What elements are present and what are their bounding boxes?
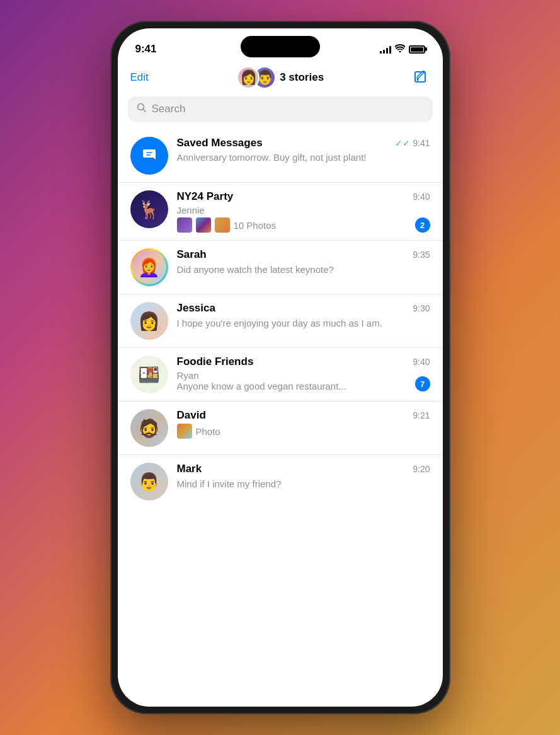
jessica-preview: I hope you're enjoying your day as much … bbox=[177, 318, 382, 328]
ny24-content: NY24 Party 9:40 Jennie 10 Photos bbox=[177, 190, 430, 233]
story-avatar-1: 👩 bbox=[237, 66, 260, 89]
foodie-time: 9:40 bbox=[413, 357, 430, 367]
ny24-avatar: 🦌 bbox=[130, 190, 168, 228]
foodie-sender: Ryan bbox=[177, 370, 346, 381]
search-icon bbox=[137, 103, 147, 115]
david-content: David 9:21 Photo bbox=[177, 409, 430, 439]
ny24-photo-count: 10 Photos bbox=[234, 220, 277, 231]
edit-button[interactable]: Edit bbox=[130, 71, 149, 84]
foodie-name: Foodie Friends bbox=[177, 356, 254, 368]
foodie-preview: Anyone know a good vegan restaurant... bbox=[177, 381, 346, 391]
status-icons bbox=[380, 44, 425, 54]
foodie-avatar: 🍱 bbox=[130, 356, 168, 393]
jessica-content: Jessica 9:30 I hope you're enjoying your… bbox=[177, 302, 430, 330]
ny24-sender: Jennie bbox=[177, 205, 277, 216]
sarah-time: 9:35 bbox=[413, 250, 430, 260]
ny24-time: 9:40 bbox=[413, 192, 430, 202]
sarah-avatar: 👩‍🦰 bbox=[132, 250, 166, 284]
foodie-content: Foodie Friends 9:40 Ryan Anyone know a g… bbox=[177, 356, 430, 391]
saved-messages-preview: Anniversary tomorrow. Buy gift, not just… bbox=[177, 152, 367, 163]
david-time: 9:21 bbox=[413, 410, 430, 420]
phone-frame: 9:41 bbox=[110, 21, 450, 714]
jessica-name: Jessica bbox=[177, 302, 215, 315]
saved-messages-content: Saved Messages ✓✓ 9:41 Anniversary tomor… bbox=[177, 137, 430, 164]
wifi-icon bbox=[395, 44, 405, 54]
saved-messages-name: Saved Messages bbox=[177, 137, 263, 149]
search-bar[interactable]: Search bbox=[128, 96, 433, 122]
photo-thumb-3 bbox=[215, 217, 230, 233]
david-avatar: 🧔 bbox=[130, 409, 168, 447]
conversation-item-jessica[interactable]: 👩 Jessica 9:30 I hope you're enjoying yo… bbox=[118, 294, 443, 348]
photo-thumb-1 bbox=[177, 217, 192, 233]
david-preview: Photo bbox=[196, 426, 220, 437]
header: Edit 👩 👨 3 stories bbox=[118, 61, 443, 96]
mark-name: Mark bbox=[177, 463, 202, 475]
david-photo-thumb bbox=[177, 424, 192, 439]
sarah-name: Sarah bbox=[177, 248, 207, 261]
conversation-item-sarah[interactable]: 👩‍🦰 Sarah 9:35 Did anyone watch the late… bbox=[118, 241, 443, 294]
conversation-list: Saved Messages ✓✓ 9:41 Anniversary tomor… bbox=[118, 129, 443, 707]
signal-icon bbox=[380, 45, 391, 54]
story-avatars: 👩 👨 bbox=[237, 66, 276, 89]
mark-time: 9:20 bbox=[413, 464, 430, 474]
phone-screen: 9:41 bbox=[118, 28, 443, 707]
mark-avatar: 👨 bbox=[130, 463, 168, 501]
stories-label: 3 stories bbox=[280, 71, 324, 84]
conversation-item-saved[interactable]: Saved Messages ✓✓ 9:41 Anniversary tomor… bbox=[118, 129, 443, 183]
status-bar: 9:41 bbox=[118, 28, 443, 61]
sarah-avatar-ring: 👩‍🦰 bbox=[130, 248, 168, 286]
ny24-name: NY24 Party bbox=[177, 190, 234, 203]
read-receipt-icon: ✓✓ bbox=[395, 138, 410, 148]
foodie-badge: 7 bbox=[415, 376, 430, 391]
jessica-avatar: 👩 bbox=[130, 302, 168, 340]
saved-messages-avatar bbox=[130, 137, 168, 175]
compose-button[interactable] bbox=[412, 69, 430, 86]
search-placeholder: Search bbox=[152, 103, 186, 115]
conversation-item-mark[interactable]: 👨 Mark 9:20 Mind if I invite my friend? bbox=[118, 455, 443, 506]
sarah-content: Sarah 9:35 Did anyone watch the latest k… bbox=[177, 248, 430, 276]
battery-icon bbox=[409, 45, 425, 54]
conversation-item-ny24[interactable]: 🦌 NY24 Party 9:40 Jennie bbox=[118, 183, 443, 241]
dynamic-island bbox=[241, 36, 320, 57]
ny24-badge: 2 bbox=[415, 217, 430, 233]
mark-preview: Mind if I invite my friend? bbox=[177, 478, 282, 489]
saved-messages-time: 9:41 bbox=[413, 138, 430, 148]
mark-content: Mark 9:20 Mind if I invite my friend? bbox=[177, 463, 430, 490]
stories-center[interactable]: 👩 👨 3 stories bbox=[237, 66, 324, 89]
sarah-preview: Did anyone watch the latest keynote? bbox=[177, 264, 334, 275]
jessica-time: 9:30 bbox=[413, 303, 430, 313]
photo-thumb-2 bbox=[196, 217, 211, 233]
status-time: 9:41 bbox=[135, 43, 157, 55]
conversation-item-foodie[interactable]: 🍱 Foodie Friends 9:40 Ryan Anyone know a… bbox=[118, 348, 443, 402]
conversation-item-david[interactable]: 🧔 David 9:21 Photo bbox=[118, 402, 443, 455]
david-name: David bbox=[177, 409, 206, 422]
